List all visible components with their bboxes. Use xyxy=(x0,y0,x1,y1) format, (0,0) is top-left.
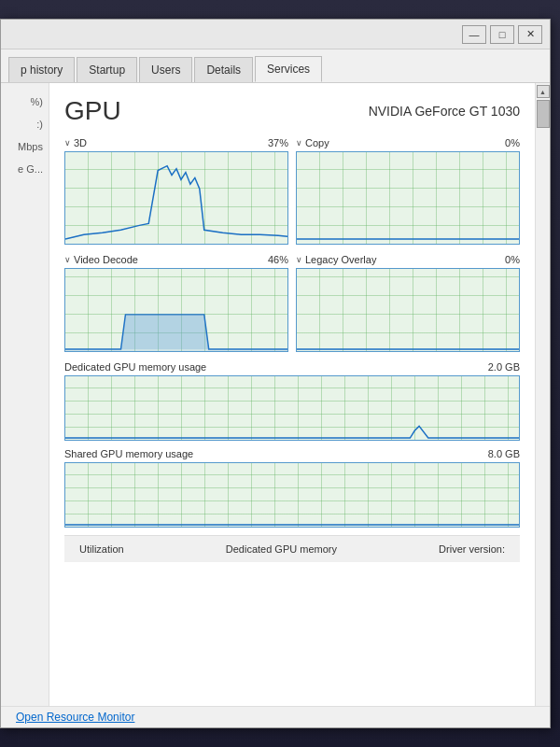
gpu-header: GPU NVIDIA GeForce GT 1030 xyxy=(64,96,520,126)
sidebar-item-network[interactable]: Mbps xyxy=(1,137,49,156)
gpu-graphs-row2: ∨ Video Decode 46% xyxy=(64,254,520,352)
chevron-icon: ∨ xyxy=(64,138,71,148)
graph-3d-label: ∨ 3D xyxy=(64,137,87,148)
scroll-thumb[interactable] xyxy=(537,100,550,128)
gpu-title: GPU xyxy=(64,96,121,126)
dedicated-memory-value: 2.0 GB xyxy=(488,361,520,373)
shared-memory-value: 8.0 GB xyxy=(488,448,520,459)
sidebar-item-cpu-percent[interactable]: %) xyxy=(1,92,49,111)
tab-details[interactable]: Details xyxy=(194,57,253,82)
task-manager-window: — □ ✕ p history Startup Users Details Se… xyxy=(0,19,551,728)
gpu-footer: Utilization Dedicated GPU memory Driver … xyxy=(64,535,520,562)
graph-videodecode-box xyxy=(64,268,288,352)
chevron-icon: ∨ xyxy=(296,255,302,264)
graph-legacyoverlay-label: ∨ Legacy Overlay xyxy=(296,254,376,265)
graph-3d-percent: 37% xyxy=(268,137,288,148)
graph-videodecode-label: ∨ Video Decode xyxy=(64,254,138,265)
graph-legacyoverlay-percent: 0% xyxy=(505,254,520,265)
scrollbar: ▲ xyxy=(535,83,550,706)
sidebar: %) :) Mbps e G... xyxy=(1,83,49,706)
maximize-button[interactable]: □ xyxy=(490,25,514,44)
graph-copy-svg xyxy=(297,152,519,244)
graph-legacyoverlay-svg xyxy=(297,269,519,351)
graph-3d-container: ∨ 3D 37% xyxy=(64,137,288,245)
footer-driver-version: Driver version: xyxy=(439,543,505,555)
dedicated-memory-label: Dedicated GPU memory usage xyxy=(64,361,206,373)
shared-memory-svg xyxy=(65,463,519,527)
chevron-icon: ∨ xyxy=(296,138,302,148)
footer-utilization: Utilization xyxy=(79,543,124,555)
gpu-device-name: NVIDIA GeForce GT 1030 xyxy=(369,104,520,119)
shared-memory-graph xyxy=(64,462,520,528)
shared-memory-label: Shared GPU memory usage xyxy=(64,448,193,459)
footer-dedicated-memory: Dedicated GPU memory xyxy=(226,543,337,555)
tab-users[interactable]: Users xyxy=(139,57,192,82)
dedicated-memory-graph xyxy=(64,375,520,441)
svg-marker-0 xyxy=(65,315,287,351)
minimize-button[interactable]: — xyxy=(462,25,486,44)
graph-legacyoverlay-label-row: ∨ Legacy Overlay 0% xyxy=(296,254,520,265)
resource-monitor-link[interactable]: Open Resource Monitor xyxy=(1,706,550,727)
gpu-panel: GPU NVIDIA GeForce GT 1030 ∨ 3D 37% xyxy=(49,83,535,706)
sidebar-item-gpu[interactable]: e G... xyxy=(1,160,49,178)
graph-copy-box xyxy=(296,151,520,245)
content-area: %) :) Mbps e G... GPU NVIDIA GeForce GT … xyxy=(1,83,550,706)
graph-3d-label-row: ∨ 3D 37% xyxy=(64,137,288,148)
tab-services[interactable]: Services xyxy=(255,56,322,82)
scroll-up-button[interactable]: ▲ xyxy=(537,85,550,98)
graph-3d-svg xyxy=(65,152,287,244)
shared-memory-label-row: Shared GPU memory usage 8.0 GB xyxy=(64,448,520,459)
dedicated-memory-section: Dedicated GPU memory usage 2.0 GB xyxy=(64,361,520,441)
graph-copy-label: ∨ Copy xyxy=(296,137,329,148)
title-bar: — □ ✕ xyxy=(1,20,550,49)
graph-copy-label-row: ∨ Copy 0% xyxy=(296,137,520,148)
graph-videodecode-svg xyxy=(65,269,287,351)
graph-videodecode-label-row: ∨ Video Decode 46% xyxy=(64,254,288,265)
graph-legacyoverlay-box xyxy=(296,268,520,352)
gpu-graphs-row1: ∨ 3D 37% xyxy=(64,137,520,245)
graph-videodecode-percent: 46% xyxy=(268,254,288,265)
chevron-icon: ∨ xyxy=(64,255,71,264)
graph-legacyoverlay-container: ∨ Legacy Overlay 0% xyxy=(296,254,520,352)
dedicated-memory-svg xyxy=(65,376,519,440)
tab-app-history[interactable]: p history xyxy=(8,57,75,82)
shared-memory-section: Shared GPU memory usage 8.0 GB xyxy=(64,448,520,528)
window-controls: — □ ✕ xyxy=(462,25,542,44)
graph-copy-container: ∨ Copy 0% xyxy=(296,137,520,245)
dedicated-memory-label-row: Dedicated GPU memory usage 2.0 GB xyxy=(64,361,520,373)
tab-startup[interactable]: Startup xyxy=(77,57,137,82)
tabs-bar: p history Startup Users Details Services xyxy=(1,49,550,83)
graph-copy-percent: 0% xyxy=(505,137,520,148)
sidebar-item-memory[interactable]: :) xyxy=(1,115,49,134)
graph-3d-box xyxy=(64,151,288,245)
close-button[interactable]: ✕ xyxy=(518,25,542,44)
graph-videodecode-container: ∨ Video Decode 46% xyxy=(64,254,288,352)
